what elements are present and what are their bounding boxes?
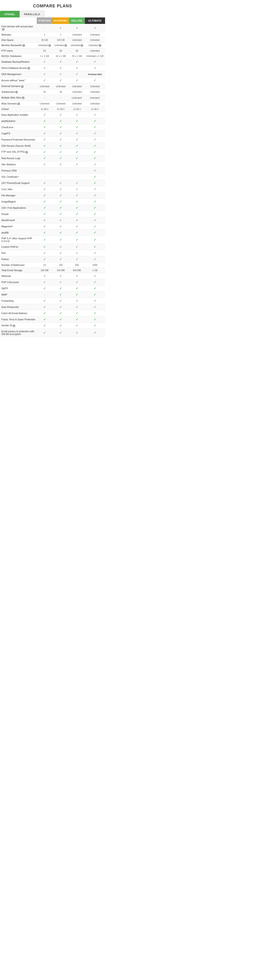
dash: - (44, 26, 45, 30)
check-icon: ✓ (75, 280, 79, 284)
info-icon[interactable]: i (15, 91, 18, 94)
check-icon: ✓ (75, 72, 79, 76)
info-icon[interactable]: i (13, 325, 15, 327)
info-icon[interactable]: i (2, 28, 5, 31)
table-row: Sender IDi✓✓✓✓ (0, 323, 105, 329)
cell-economy: - (53, 95, 69, 101)
col-header-economy: ECONOMY (53, 18, 69, 24)
check-icon: ✓ (94, 224, 96, 228)
check-icon: ✓ (94, 286, 96, 290)
cell-deluxe: ✓ (69, 323, 85, 329)
tab-parallels[interactable]: PARALLELS (19, 11, 44, 18)
info-icon[interactable]: i (99, 44, 101, 47)
check-icon: ✓ (75, 251, 79, 255)
check-icon: ✓ (59, 206, 62, 210)
feature-cell: Disk Space (0, 37, 37, 43)
cell-economy: ✓ (53, 250, 69, 256)
cell-ultimate: 1000 (85, 262, 105, 268)
feature-label: Access without "www." (2, 79, 26, 82)
info-icon[interactable]: i (17, 102, 20, 105)
check-icon: ✓ (43, 188, 46, 191)
cell-deluxe: ✓ (69, 199, 85, 205)
check-icon: ✓ (43, 299, 46, 302)
check-icon: ✓ (59, 318, 62, 321)
info-icon[interactable]: i (64, 44, 67, 47)
check-icon: ✓ (94, 66, 96, 70)
cell-value: 100 MB (41, 269, 48, 272)
cell-starter: 1 x 1 GB (37, 54, 53, 59)
check-icon: ✓ (59, 258, 62, 261)
info-icon[interactable]: i (21, 85, 24, 88)
info-icon[interactable]: i (22, 44, 25, 47)
info-icon[interactable]: i (48, 44, 51, 47)
feature-label: SSL Certificate† (2, 175, 19, 178)
check-icon: ✓ (94, 318, 96, 321)
unlimited-star-label: Unlimited* (72, 97, 82, 99)
feature-label: DNS Management (2, 73, 21, 76)
cell-economy: - (53, 174, 69, 180)
cell-deluxe: 50 (69, 48, 85, 54)
table-row: Database Backup/Restore✓✓✓✓ (0, 59, 105, 65)
check-icon: ✓ (75, 238, 79, 242)
feature-label: SMTP (2, 287, 8, 290)
cell-deluxe: Unlimited (69, 84, 85, 89)
feature-cell: Number of Addresses (0, 262, 37, 268)
cell-value: Unlimited (72, 91, 82, 93)
info-icon[interactable]: i (80, 44, 83, 47)
feature-cell: Password Protected Directories (0, 137, 37, 143)
cell-ultimate: ✓ (85, 223, 105, 230)
check-icon: ✓ (94, 132, 96, 135)
check-icon: ✓ (94, 188, 96, 191)
check-icon: ✓ (43, 331, 46, 334)
cell-economy: ✓ (53, 71, 69, 77)
check-icon: ✓ (75, 224, 79, 228)
cell-starter: ✓ (37, 230, 53, 236)
cell-ultimate: ✓ (85, 186, 105, 192)
feature-label: 150+ Free Applications (2, 207, 26, 209)
table-row: 24/7 Phone/Email Support✓✓✓✓ (0, 180, 105, 186)
cell-value: 11.40.1 (73, 108, 81, 110)
table-row: phpBB✓✓✓✓ (0, 230, 105, 236)
feature-cell: PHP 5.4* (Also Support PHP 5.3-5.5) (0, 236, 37, 244)
check-icon: ✓ (59, 224, 62, 228)
cell-ultimate: ✓ (85, 230, 105, 236)
info-icon[interactable]: i (22, 96, 25, 99)
cell-ultimate: ✓ (85, 292, 105, 298)
cell-ultimate: Unlimited (85, 48, 105, 54)
info-icon[interactable]: i (27, 67, 30, 70)
cell-economy: ✓ (53, 211, 69, 217)
cell-value: 100 GB (57, 39, 65, 41)
cell-value: Unlimited (40, 102, 50, 105)
check-icon: ✓ (59, 200, 62, 204)
table-row: Multiple Web Sitesi--Unlimited*Unlimited… (0, 95, 105, 101)
cell-deluxe: Unlimitedi (69, 43, 85, 48)
check-icon: ✓ (75, 188, 79, 191)
cell-ultimate: ✓ (85, 285, 105, 292)
cell-ultimate: ✓ (85, 130, 105, 137)
table-row: ImageMagick✓✓✓✓ (0, 199, 105, 205)
cell-deluxe: ✓ (69, 186, 85, 192)
cell-deluxe: ✓ (69, 137, 85, 143)
info-icon[interactable]: i (25, 151, 28, 154)
check-icon: ✓ (75, 26, 79, 30)
dash: - (76, 169, 77, 172)
cell-economy: ✓ (53, 186, 69, 192)
check-icon: ✓ (75, 150, 79, 154)
cell-starter: - (37, 174, 53, 180)
feature-label: Websites (2, 33, 11, 36)
feature-cell: WordPress® (0, 217, 37, 223)
col-header-deluxe: DELUXE (69, 18, 85, 24)
cell-deluxe: ✓ (69, 223, 85, 230)
table-row: Auto-Responder✓✓✓✓ (0, 304, 105, 310)
check-icon: ✓ (75, 299, 79, 302)
check-icon: ✓ (43, 258, 46, 261)
tab-cpanel[interactable]: CPANEL (0, 11, 19, 18)
cell-deluxe: - (69, 168, 85, 174)
cell-economy: ✓ (53, 304, 69, 310)
cell-ultimate: ✓ (85, 236, 105, 244)
cell-value: Unlimited (72, 39, 82, 41)
table-row: Catch-All Email Address✓✓✓✓ (0, 310, 105, 317)
check-icon: ✓ (94, 126, 96, 129)
check-icon: ✓ (94, 206, 96, 210)
check-icon: ✓ (94, 26, 96, 30)
